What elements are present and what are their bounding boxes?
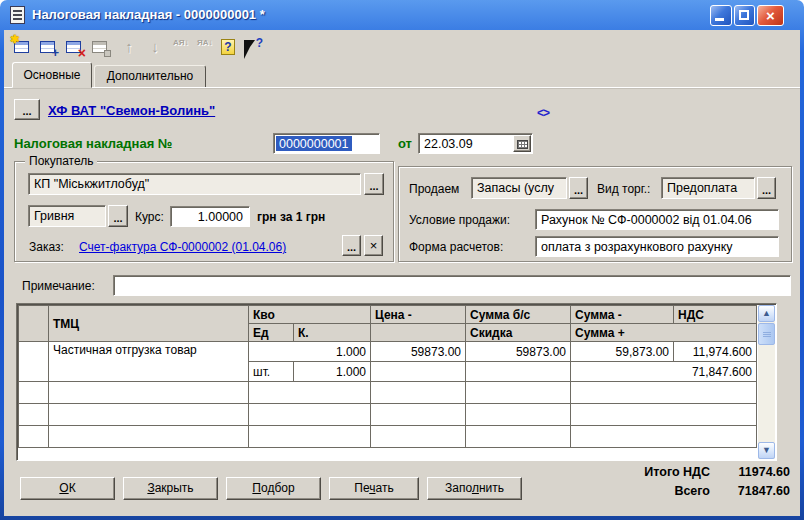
col-price-sub-header [371, 324, 466, 342]
rate-value: 1.00000 [198, 210, 243, 224]
sort-asc-icon: АЯ↓ [172, 36, 194, 58]
doc-number-input[interactable]: 0000000001 [273, 133, 380, 154]
app-window: Налоговая накладная - 0000000001 * × ✱ +… [0, 0, 804, 520]
payform-input[interactable]: оплата з розрахункового рахунку [535, 236, 779, 257]
order-clear-button[interactable]: × [364, 235, 383, 256]
items-grid: ТМЦ Кво Цена - Сумма б/с Сумма - НДС Ед … [16, 303, 777, 461]
order-link[interactable]: Счет-фактура СФ-0000002 (01.04.06) [79, 240, 286, 254]
doc-date-input[interactable]: 22.03.09 [418, 133, 533, 154]
col-ed-header: Ед [249, 324, 294, 342]
price-cell[interactable]: 59873.00 [371, 342, 466, 362]
sum-plus-cell[interactable]: 71,847.600 [571, 362, 757, 382]
context-help-icon[interactable]: ? [242, 36, 264, 58]
note-input[interactable] [113, 275, 791, 296]
nds-cell[interactable]: 11,974.600 [674, 342, 757, 362]
fill-button[interactable]: Заполнить [427, 477, 522, 500]
calendar-icon [517, 140, 528, 149]
tab-dopolnitelno[interactable]: Дополнительно [94, 65, 206, 88]
total-nds-label: Итого НДС [644, 465, 710, 479]
window-title: Налоговая накладная - 0000000001 * [32, 7, 265, 22]
calendar-button[interactable] [513, 135, 531, 152]
client-area: ✱ + × ↑ ↓ АЯ↓ ЯА↓ ? ? Основные Дополните… [4, 30, 800, 516]
col-tmc-header: ТМЦ [49, 306, 249, 342]
col-nds-header: НДС [674, 306, 757, 324]
firm-select-button[interactable]: ... [14, 99, 40, 120]
pick-button[interactable]: Подбор [226, 477, 321, 500]
new-line-icon[interactable]: ✱ [12, 36, 34, 58]
col-kvo-header: Кво [249, 306, 371, 324]
total-nds-value: 11974.60 [739, 465, 790, 479]
table-row[interactable]: 1 Частичная отгрузка товар 1.000 59873.0… [19, 342, 757, 362]
add-line-icon[interactable]: + [38, 36, 60, 58]
col-price-header: Цена - [371, 306, 466, 324]
sort-desc-icon: ЯА↓ [196, 36, 218, 58]
currency-select-button[interactable]: ... [108, 205, 128, 227]
buyer-group: Покупатель КП "Міськжитлобуд" ... Гривня… [14, 161, 394, 262]
move-up-icon: ↑ [118, 36, 140, 58]
currency-value: Гривня [34, 209, 74, 223]
doc-number-label: Налоговая накладная № [14, 136, 172, 151]
order-select-button[interactable]: ... [342, 235, 361, 256]
grid-header-row-1: ТМЦ Кво Цена - Сумма б/с Сумма - НДС [19, 306, 757, 324]
rate-units-label: грн за 1 грн [257, 210, 325, 224]
ok-button[interactable]: ОК [20, 477, 115, 500]
trade-type-field[interactable]: Предоплата [661, 177, 755, 199]
col-sumplus-header: Сумма + [571, 324, 757, 342]
close-button[interactable]: × [757, 5, 784, 26]
payform-label: Форма расчетов: [409, 240, 503, 254]
items-table: ТМЦ Кво Цена - Сумма б/с Сумма - НДС Ед … [18, 305, 757, 448]
terms-input[interactable]: Рахунок № СФ-0000002 від 01.04.06 [535, 209, 779, 230]
terms-label: Условие продажи: [409, 213, 510, 227]
note-label: Примечание: [22, 279, 95, 293]
vertical-scrollbar[interactable]: ▲ ▼ [758, 305, 775, 459]
sum-bs-cell[interactable]: 59873.00 [466, 342, 571, 362]
skidka-cell[interactable] [466, 362, 571, 382]
title-bar[interactable]: Налоговая накладная - 0000000001 * × [0, 0, 804, 30]
rate-label: Курс: [135, 210, 164, 224]
table-row[interactable] [19, 404, 757, 426]
minimize-button[interactable] [710, 5, 732, 26]
buyer-group-title: Покупатель [25, 154, 97, 168]
order-label: Заказ: [29, 240, 64, 254]
tab-page-edge [4, 87, 800, 89]
scrollbar-thumb[interactable] [758, 323, 775, 345]
help-icon[interactable]: ? [218, 36, 240, 58]
terms-value: Рахунок № СФ-0000002 від 01.04.06 [541, 213, 752, 227]
scroll-up-icon[interactable]: ▲ [758, 305, 775, 322]
skidka-price-cell[interactable] [371, 362, 466, 382]
col-summinus-header: Сумма - [571, 306, 674, 324]
buyer-name: КП "Міськжитлобуд" [34, 177, 149, 191]
col-skidka-header: Скидка [466, 324, 571, 342]
sell-select-button[interactable]: ... [569, 177, 588, 199]
rate-input[interactable]: 1.00000 [170, 206, 250, 227]
sell-value: Запасы (услу [477, 181, 554, 195]
close-form-button[interactable]: Закрыть [123, 477, 218, 500]
currency-field[interactable]: Гривня [28, 205, 106, 227]
delete-line-icon[interactable]: × [64, 36, 86, 58]
qty-total-cell[interactable]: 1.000 [249, 342, 371, 362]
move-down-icon: ↓ [144, 36, 166, 58]
sell-field[interactable]: Запасы (услу [471, 177, 567, 199]
print-button[interactable]: Печать [329, 477, 419, 500]
table-row[interactable] [19, 426, 757, 448]
buyer-field[interactable]: КП "Міськжитлобуд" [28, 173, 361, 195]
k-cell[interactable]: 1.000 [294, 362, 371, 382]
total-all-value: 71847.60 [738, 484, 790, 498]
row-number-cell[interactable]: 1 [19, 342, 49, 382]
tab-osnovnye[interactable]: Основные [12, 62, 92, 88]
table-row[interactable] [19, 382, 757, 404]
sale-group: Продаем Запасы (услу ... Вид торг.: Пред… [398, 166, 792, 262]
col-num-header [19, 306, 49, 342]
firm-link[interactable]: ХФ ВАТ "Свемон-Волинь" [48, 103, 215, 118]
maximize-button[interactable] [734, 5, 755, 26]
document-icon [10, 6, 25, 24]
payform-value: оплата з розрахункового рахунку [541, 240, 733, 254]
ed-cell[interactable]: шт. [249, 362, 294, 382]
buyer-select-button[interactable]: ... [364, 173, 384, 195]
total-all-label: Всего [674, 484, 710, 498]
scroll-down-icon[interactable]: ▼ [758, 442, 775, 459]
doc-date-value: 22.03.09 [424, 137, 473, 151]
sum-minus-cell[interactable]: 59,873.00 [571, 342, 674, 362]
tmc-cell[interactable]: Частичная отгрузка товар [49, 342, 249, 382]
trade-type-select-button[interactable]: ... [757, 177, 776, 199]
